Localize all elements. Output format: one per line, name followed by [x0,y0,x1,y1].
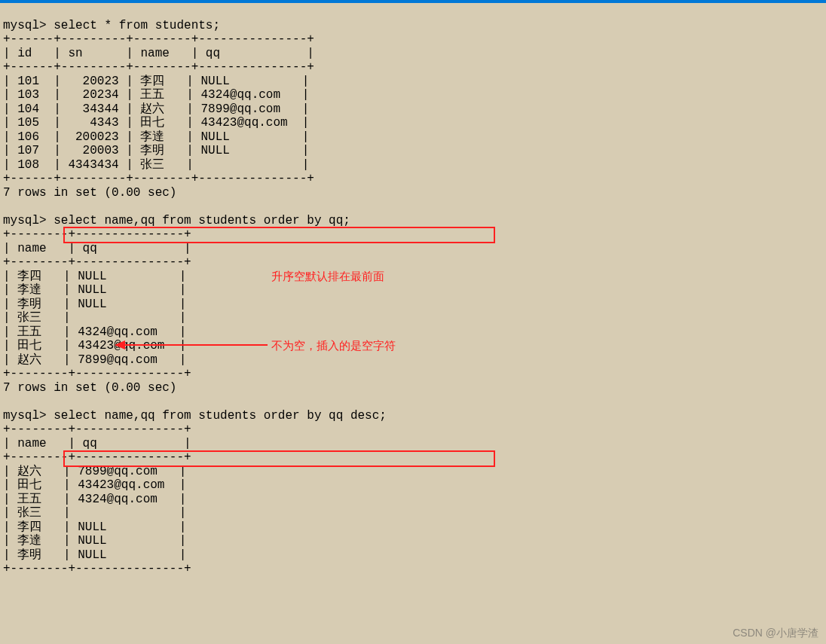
annotation-empty-string: 不为空，插入的是空字符 [271,339,396,353]
table-row: | 李達 | NULL | [3,283,186,297]
table1-header: | id | sn | name | qq | [3,47,314,60]
table-row: | 103 | 20234 | 王五 | 4324@qq.com | [3,88,309,102]
window-titlebar [0,0,826,3]
table-row: | 田七 | 43423@qq.com | [3,478,186,492]
table3-sep: +--------+---------------+ [3,562,191,575]
table-row: | 张三 | | [3,311,186,325]
table1-sep: +------+---------+--------+-------------… [3,32,314,46]
prompt: mysql> [3,409,47,423]
table-row: | 104 | 34344 | 赵六 | 7899@qq.com | [3,102,309,116]
table-row: | 李明 | NULL | [3,548,186,562]
annotation-asc-null: 升序空默认排在最前面 [271,270,384,284]
watermark: CSDN @小唐学渣 [733,626,818,640]
table2-sep: +--------+---------------+ [3,367,191,380]
table-row: | 王五 | 4324@qq.com | [3,325,186,339]
table-row: | 张三 | | [3,506,186,520]
table-row: | 107 | 20003 | 李明 | NULL | [3,144,309,157]
prompt: mysql> [3,214,47,227]
prompt: mysql> [3,19,47,32]
highlight-query2 [63,227,495,243]
table-row: | 李明 | NULL | [3,298,186,311]
terminal-output: mysql> select * from students; +------+-… [3,5,387,576]
table3-sep: +--------+---------------+ [3,423,191,436]
table1-sep: +------+---------+--------+-------------… [3,172,314,185]
sql-query3: select name,qq from students order by qq… [54,409,387,423]
table-row: | 105 | 4343 | 田七 | 43423@qq.com | [3,116,309,130]
table-row: | 108 | 4343434 | 张三 | | [3,158,309,172]
table-row: | 李四 | NULL | [3,520,186,534]
table1-sep: +------+---------+--------+-------------… [3,60,314,74]
table2-sep: +--------+---------------+ [3,255,191,269]
sql-query2: select name,qq from students order by qq… [54,214,350,227]
highlight-query3 [63,450,495,467]
sql-query1: select * from students; [54,19,220,32]
table-row: | 田七 | 43423@qq.com | [3,339,186,353]
table-row: | 李四 | NULL | [3,270,186,283]
table2-header: | name | qq | [3,242,191,255]
table-row: | 101 | 20023 | 李四 | NULL | [3,75,309,88]
result-footer: 7 rows in set (0.00 sec) [3,186,176,200]
table3-header: | name | qq | [3,437,191,450]
table-row: | 李達 | NULL | [3,534,186,548]
table-row: | 王五 | 4324@qq.com | [3,493,186,506]
table-row: | 赵六 | 7899@qq.com | [3,353,186,367]
result-footer: 7 rows in set (0.00 sec) [3,381,176,395]
table-row: | 106 | 200023 | 李達 | NULL | [3,130,309,144]
